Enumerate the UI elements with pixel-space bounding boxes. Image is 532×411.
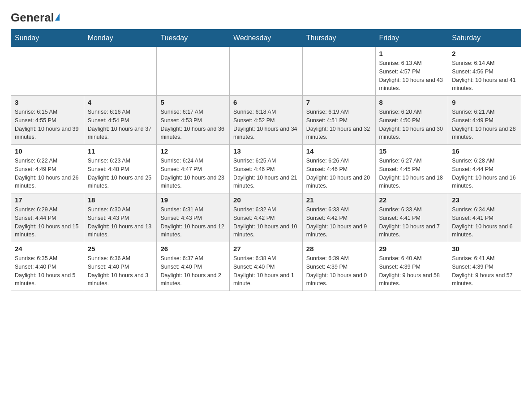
logo-general-text: General — [11, 11, 54, 25]
day-info: Sunrise: 6:20 AMSunset: 4:50 PMDaylight:… — [379, 108, 445, 141]
calendar-table: SundayMondayTuesdayWednesdayThursdayFrid… — [11, 29, 521, 291]
calendar-cell: 16Sunrise: 6:28 AMSunset: 4:44 PMDayligh… — [448, 145, 521, 193]
day-number: 20 — [233, 196, 299, 204]
calendar-cell — [84, 47, 157, 96]
day-info: Sunrise: 6:33 AMSunset: 4:41 PMDaylight:… — [379, 206, 445, 239]
calendar-cell: 2Sunrise: 6:14 AMSunset: 4:56 PMDaylight… — [448, 47, 521, 96]
day-info: Sunrise: 6:16 AMSunset: 4:54 PMDaylight:… — [88, 108, 153, 141]
day-number: 24 — [15, 245, 80, 253]
day-number: 22 — [379, 196, 445, 204]
day-info: Sunrise: 6:41 AMSunset: 4:39 PMDaylight:… — [452, 254, 517, 288]
calendar-cell: 27Sunrise: 6:38 AMSunset: 4:40 PMDayligh… — [230, 242, 303, 291]
weekday-header-wednesday: Wednesday — [230, 30, 303, 47]
day-info: Sunrise: 6:21 AMSunset: 4:49 PMDaylight:… — [452, 108, 517, 141]
calendar-cell: 7Sunrise: 6:19 AMSunset: 4:51 PMDaylight… — [302, 96, 375, 145]
weekday-header-tuesday: Tuesday — [157, 30, 230, 47]
day-info: Sunrise: 6:18 AMSunset: 4:52 PMDaylight:… — [233, 108, 299, 141]
calendar-cell: 26Sunrise: 6:37 AMSunset: 4:40 PMDayligh… — [157, 242, 230, 291]
calendar-cell: 8Sunrise: 6:20 AMSunset: 4:50 PMDaylight… — [375, 96, 448, 145]
day-number: 9 — [452, 98, 517, 106]
calendar-cell: 3Sunrise: 6:15 AMSunset: 4:55 PMDaylight… — [11, 96, 84, 145]
day-number: 10 — [15, 147, 80, 155]
calendar-cell: 1Sunrise: 6:13 AMSunset: 4:57 PMDaylight… — [375, 47, 448, 96]
calendar-cell — [157, 47, 230, 96]
day-info: Sunrise: 6:17 AMSunset: 4:53 PMDaylight:… — [160, 108, 226, 141]
calendar-cell: 4Sunrise: 6:16 AMSunset: 4:54 PMDaylight… — [84, 96, 157, 145]
calendar-cell: 20Sunrise: 6:32 AMSunset: 4:42 PMDayligh… — [230, 193, 303, 242]
day-number: 15 — [379, 147, 445, 155]
day-number: 17 — [15, 196, 80, 204]
day-number: 21 — [306, 196, 372, 204]
day-info: Sunrise: 6:15 AMSunset: 4:55 PMDaylight:… — [15, 108, 80, 141]
day-info: Sunrise: 6:35 AMSunset: 4:40 PMDaylight:… — [15, 254, 80, 288]
weekday-header-sunday: Sunday — [11, 30, 84, 47]
day-info: Sunrise: 6:13 AMSunset: 4:57 PMDaylight:… — [379, 59, 445, 93]
day-number: 13 — [233, 147, 299, 155]
calendar-cell: 13Sunrise: 6:25 AMSunset: 4:46 PMDayligh… — [230, 145, 303, 193]
day-number: 29 — [379, 245, 445, 253]
day-info: Sunrise: 6:33 AMSunset: 4:42 PMDaylight:… — [306, 206, 372, 239]
calendar-week-3: 10Sunrise: 6:22 AMSunset: 4:49 PMDayligh… — [11, 145, 521, 193]
day-number: 16 — [452, 147, 517, 155]
calendar-cell: 18Sunrise: 6:30 AMSunset: 4:43 PMDayligh… — [84, 193, 157, 242]
day-info: Sunrise: 6:27 AMSunset: 4:45 PMDaylight:… — [379, 157, 445, 190]
calendar-week-2: 3Sunrise: 6:15 AMSunset: 4:55 PMDaylight… — [11, 96, 521, 145]
day-info: Sunrise: 6:34 AMSunset: 4:41 PMDaylight:… — [452, 206, 517, 239]
day-info: Sunrise: 6:25 AMSunset: 4:46 PMDaylight:… — [233, 157, 299, 190]
calendar-cell: 9Sunrise: 6:21 AMSunset: 4:49 PMDaylight… — [448, 96, 521, 145]
day-number: 5 — [160, 98, 226, 106]
day-number: 25 — [88, 245, 153, 253]
day-number: 6 — [233, 98, 299, 106]
calendar-week-4: 17Sunrise: 6:29 AMSunset: 4:44 PMDayligh… — [11, 193, 521, 242]
day-info: Sunrise: 6:36 AMSunset: 4:40 PMDaylight:… — [88, 254, 153, 288]
calendar-cell: 12Sunrise: 6:24 AMSunset: 4:47 PMDayligh… — [157, 145, 230, 193]
weekday-header-saturday: Saturday — [448, 30, 521, 47]
day-number: 19 — [160, 196, 226, 204]
day-info: Sunrise: 6:38 AMSunset: 4:40 PMDaylight:… — [233, 254, 299, 288]
day-info: Sunrise: 6:26 AMSunset: 4:46 PMDaylight:… — [306, 157, 372, 190]
day-number: 30 — [452, 245, 517, 253]
day-info: Sunrise: 6:32 AMSunset: 4:42 PMDaylight:… — [233, 206, 299, 239]
calendar-cell: 25Sunrise: 6:36 AMSunset: 4:40 PMDayligh… — [84, 242, 157, 291]
calendar-week-5: 24Sunrise: 6:35 AMSunset: 4:40 PMDayligh… — [11, 242, 521, 291]
calendar-week-1: 1Sunrise: 6:13 AMSunset: 4:57 PMDaylight… — [11, 47, 521, 96]
calendar-cell — [302, 47, 375, 96]
day-info: Sunrise: 6:24 AMSunset: 4:47 PMDaylight:… — [160, 157, 226, 190]
logo-triangle-icon — [55, 13, 60, 21]
calendar-cell: 5Sunrise: 6:17 AMSunset: 4:53 PMDaylight… — [157, 96, 230, 145]
calendar-cell: 19Sunrise: 6:31 AMSunset: 4:43 PMDayligh… — [157, 193, 230, 242]
logo: General — [11, 11, 60, 22]
calendar-cell: 11Sunrise: 6:23 AMSunset: 4:48 PMDayligh… — [84, 145, 157, 193]
calendar-cell — [230, 47, 303, 96]
calendar-cell: 29Sunrise: 6:40 AMSunset: 4:39 PMDayligh… — [375, 242, 448, 291]
calendar-cell: 6Sunrise: 6:18 AMSunset: 4:52 PMDaylight… — [230, 96, 303, 145]
calendar-cell: 17Sunrise: 6:29 AMSunset: 4:44 PMDayligh… — [11, 193, 84, 242]
day-info: Sunrise: 6:31 AMSunset: 4:43 PMDaylight:… — [160, 206, 226, 239]
day-info: Sunrise: 6:22 AMSunset: 4:49 PMDaylight:… — [15, 157, 80, 190]
day-number: 12 — [160, 147, 226, 155]
calendar-cell: 24Sunrise: 6:35 AMSunset: 4:40 PMDayligh… — [11, 242, 84, 291]
day-number: 26 — [160, 245, 226, 253]
day-number: 11 — [88, 147, 153, 155]
weekday-header-friday: Friday — [375, 30, 448, 47]
calendar-cell — [11, 47, 84, 96]
calendar-cell: 23Sunrise: 6:34 AMSunset: 4:41 PMDayligh… — [448, 193, 521, 242]
weekday-header-monday: Monday — [84, 30, 157, 47]
day-number: 27 — [233, 245, 299, 253]
day-number: 23 — [452, 196, 517, 204]
day-number: 4 — [88, 98, 153, 106]
day-info: Sunrise: 6:37 AMSunset: 4:40 PMDaylight:… — [160, 254, 226, 288]
calendar-cell: 21Sunrise: 6:33 AMSunset: 4:42 PMDayligh… — [302, 193, 375, 242]
calendar-cell: 14Sunrise: 6:26 AMSunset: 4:46 PMDayligh… — [302, 145, 375, 193]
day-info: Sunrise: 6:30 AMSunset: 4:43 PMDaylight:… — [88, 206, 153, 239]
day-info: Sunrise: 6:23 AMSunset: 4:48 PMDaylight:… — [88, 157, 153, 190]
day-info: Sunrise: 6:40 AMSunset: 4:39 PMDaylight:… — [379, 254, 445, 288]
page-header: General — [11, 11, 521, 22]
calendar-header-row: SundayMondayTuesdayWednesdayThursdayFrid… — [11, 30, 521, 47]
day-number: 18 — [88, 196, 153, 204]
calendar-cell: 30Sunrise: 6:41 AMSunset: 4:39 PMDayligh… — [448, 242, 521, 291]
weekday-header-thursday: Thursday — [302, 30, 375, 47]
day-number: 28 — [306, 245, 372, 253]
calendar-cell: 15Sunrise: 6:27 AMSunset: 4:45 PMDayligh… — [375, 145, 448, 193]
day-number: 14 — [306, 147, 372, 155]
